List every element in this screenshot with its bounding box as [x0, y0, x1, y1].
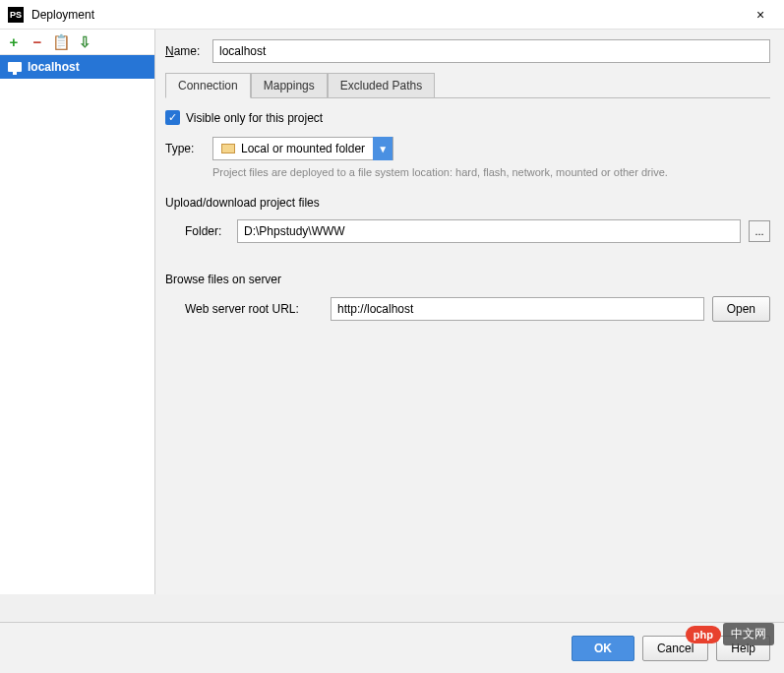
tab-connection[interactable]: Connection [165, 73, 251, 98]
visible-only-row: ✓ Visible only for this project [165, 110, 770, 125]
visible-only-label: Visible only for this project [186, 111, 323, 125]
type-value: Local or mounted folder [241, 142, 365, 155]
type-hint: Project files are deployed to a file sys… [212, 166, 770, 178]
copy-icon[interactable]: 📋 [53, 34, 69, 50]
remove-icon[interactable]: − [30, 34, 45, 50]
url-label: Web server root URL: [185, 302, 323, 316]
chevron-down-icon[interactable]: ▼ [373, 137, 392, 160]
footer: OK Cancel Help [0, 622, 784, 673]
name-label: Name: [165, 44, 212, 58]
name-input[interactable] [212, 39, 770, 63]
browse-section-title: Browse files on server [165, 273, 770, 286]
browse-button[interactable]: ... [749, 220, 770, 242]
url-row: Web server root URL: Open [185, 296, 770, 322]
folder-row: Folder: ... [185, 219, 770, 243]
main-area: + − 📋 ⇩ localhost Name: Connection Mappi… [0, 30, 784, 594]
download-icon[interactable]: ⇩ [77, 34, 92, 50]
titlebar: PS Deployment × [0, 0, 784, 30]
cancel-button[interactable]: Cancel [642, 636, 708, 661]
type-select[interactable]: Local or mounted folder ▼ [212, 137, 393, 160]
add-icon[interactable]: + [6, 34, 22, 50]
folder-label: Folder: [185, 224, 229, 238]
content-panel: Name: Connection Mappings Excluded Paths… [155, 30, 784, 594]
server-icon [8, 62, 22, 72]
app-icon: PS [8, 7, 24, 23]
close-button[interactable]: × [745, 3, 776, 27]
visible-only-checkbox[interactable]: ✓ [165, 110, 180, 125]
server-list: localhost [0, 55, 154, 594]
tab-excluded-paths[interactable]: Excluded Paths [328, 73, 435, 97]
ok-button[interactable]: OK [572, 636, 634, 661]
tab-mappings[interactable]: Mappings [251, 73, 328, 97]
server-item-label: localhost [28, 60, 80, 74]
url-input[interactable] [331, 297, 704, 321]
type-label: Type: [165, 142, 205, 155]
type-row: Type: Local or mounted folder ▼ [165, 137, 770, 160]
tabs: Connection Mappings Excluded Paths [165, 73, 770, 98]
folder-input[interactable] [237, 219, 741, 243]
sidebar-toolbar: + − 📋 ⇩ [0, 30, 154, 55]
type-select-body: Local or mounted folder [213, 142, 373, 155]
server-item-localhost[interactable]: localhost [0, 55, 154, 79]
open-button[interactable]: Open [712, 296, 770, 322]
help-button[interactable]: Help [716, 636, 770, 661]
name-row: Name: [165, 39, 770, 63]
sidebar: + − 📋 ⇩ localhost [0, 30, 155, 594]
upload-section-title: Upload/download project files [165, 196, 770, 210]
folder-icon [221, 144, 235, 153]
window-title: Deployment [31, 8, 745, 22]
